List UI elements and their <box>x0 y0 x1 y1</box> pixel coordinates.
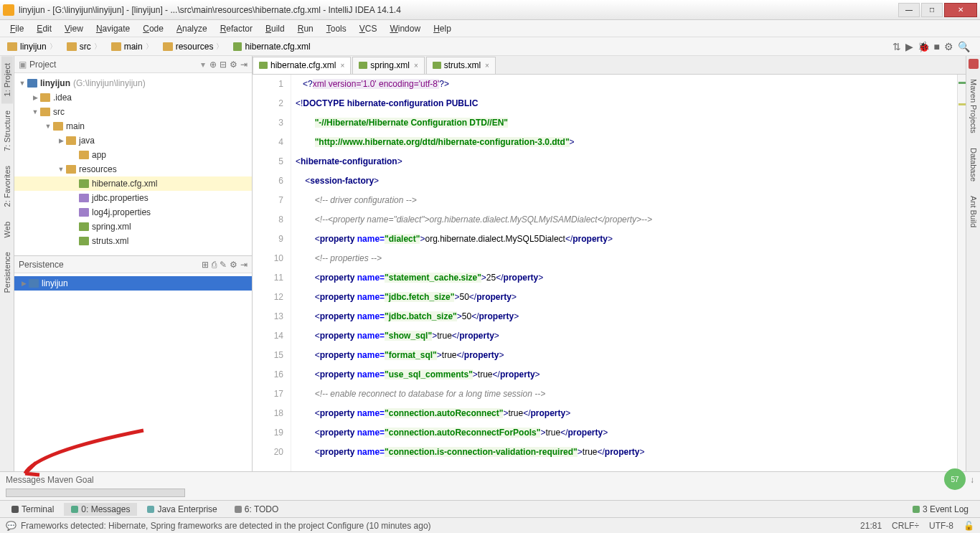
breadcrumb-hibernate.cfg.xml[interactable]: hibernate.cfg.xml <box>229 40 317 53</box>
close-icon[interactable]: × <box>414 62 418 70</box>
tree-node-java[interactable]: ▶java <box>14 133 252 148</box>
right-tool-strip: Maven ProjectsDatabaseAnt Build <box>966 56 980 471</box>
error-stripe[interactable] <box>957 75 966 471</box>
cursor-position: 21:81 <box>860 521 882 531</box>
left-tool-strip: 1: Project7: Structure2: FavoritesWebPer… <box>0 56 14 471</box>
left-tab-favorites[interactable]: 2: Favorites <box>1 159 13 214</box>
close-button[interactable]: ✕ <box>944 3 977 17</box>
right-tab-mavenprojects[interactable]: Maven Projects <box>968 72 979 141</box>
close-icon[interactable]: × <box>485 62 489 70</box>
bottom-tab-messages[interactable]: 0: Messages <box>64 503 137 516</box>
project-panel-header: ▣ Project ▾ ⊕ ⊟ ⚙ ⇥ <box>14 56 252 73</box>
right-tab-database[interactable]: Database <box>968 141 979 189</box>
menu-build[interactable]: Build <box>260 22 291 35</box>
tree-node-struts-xml[interactable]: struts.xml <box>14 234 252 248</box>
project-tree[interactable]: ▼linyijun(G:\linyijun\linyijun)▶.idea▼sr… <box>14 73 252 255</box>
maximize-button[interactable]: □ <box>921 3 943 17</box>
code-area[interactable]: <?xml version='1.0' encoding='utf-8'?><!… <box>291 75 957 471</box>
tree-node-app[interactable]: app <box>14 148 252 162</box>
gutter: 1234567891011121314151617181920 <box>253 75 291 471</box>
bottom-tab-javaenterprise[interactable]: Java Enterprise <box>140 503 224 516</box>
menu-vcs[interactable]: VCS <box>354 22 383 35</box>
bottom-tab-todo[interactable]: 6: TODO <box>227 503 286 516</box>
editor-tab-hibernate-cfg-xml[interactable]: hibernate.cfg.xml× <box>253 57 351 74</box>
run-icon[interactable]: ▶ <box>905 41 913 52</box>
settings-icon[interactable]: ⚙ <box>944 41 953 52</box>
messages-panel: Messages Maven Goal ⚙ ↓ <box>0 471 980 500</box>
project-header-label: Project <box>29 60 201 70</box>
stop-icon[interactable]: ■ <box>934 41 940 52</box>
menu-run[interactable]: Run <box>292 22 319 35</box>
window-title: linyijun - [G:\linyijun\linyijun] - [lin… <box>19 5 898 15</box>
editor-tab-spring-xml[interactable]: spring.xml× <box>352 57 425 74</box>
menu-window[interactable]: Window <box>384 22 426 35</box>
gear-icon[interactable]: ⚙ <box>230 260 237 270</box>
tree-node-src[interactable]: ▼src <box>14 105 252 119</box>
tree-node--idea[interactable]: ▶.idea <box>14 90 252 105</box>
info-icon: 💬 <box>6 521 17 531</box>
bottom-tool-strip: Terminal0: MessagesJava Enterprise6: TOD… <box>0 500 980 517</box>
assign-icon[interactable]: ✎ <box>220 260 227 270</box>
breadcrumb-main[interactable]: main <box>107 40 157 53</box>
menu-code[interactable]: Code <box>137 22 169 35</box>
tree-node-log4j-properties[interactable]: log4j.properties <box>14 205 252 220</box>
menu-tools[interactable]: Tools <box>321 22 352 35</box>
menu-help[interactable]: Help <box>428 22 457 35</box>
console-icon[interactable]: ⎙ <box>212 260 217 270</box>
tree-node-jdbc-properties[interactable]: jdbc.properties <box>14 191 252 205</box>
hide-icon[interactable]: ↓ <box>970 475 974 485</box>
persistence-tree[interactable]: ▶ linyijun <box>14 273 252 456</box>
breadcrumb-resources[interactable]: resources <box>159 40 228 53</box>
editor-tab-struts-xml[interactable]: struts.xml× <box>426 57 496 74</box>
menu-file[interactable]: File <box>4 22 29 35</box>
menu-refactor[interactable]: Refactor <box>215 22 258 35</box>
file-encoding[interactable]: UTF-8 <box>929 521 953 531</box>
event-log-button[interactable]: 3 Event Log <box>905 503 976 516</box>
messages-header: Messages Maven Goal <box>6 475 94 485</box>
titlebar: linyijun - [G:\linyijun\linyijun] - [lin… <box>0 0 980 20</box>
menubar: FileEditViewNavigateCodeAnalyzeRefactorB… <box>0 20 980 37</box>
scrollbar[interactable] <box>6 489 185 497</box>
er-icon[interactable]: ⊞ <box>202 260 209 270</box>
gear-icon[interactable]: ⚙ <box>230 60 237 70</box>
maven-icon <box>969 59 979 69</box>
persistence-panel-header: Persistence ⊞ ⎙ ✎ ⚙ ⇥ <box>14 256 252 273</box>
hide-icon[interactable]: ⇥ <box>240 60 248 70</box>
editor-tabs: hibernate.cfg.xml×spring.xml×struts.xml× <box>253 56 966 75</box>
breadcrumb-bar: linyijunsrcmainresourceshibernate.cfg.xm… <box>0 37 980 56</box>
search-icon[interactable]: 🔍 <box>958 41 970 52</box>
tree-node-main[interactable]: ▼main <box>14 119 252 133</box>
debug-icon[interactable]: 🐞 <box>918 41 930 52</box>
persistence-header-label: Persistence <box>19 260 202 270</box>
line-separator[interactable]: CRLF÷ <box>892 521 919 531</box>
tree-node-spring-xml[interactable]: spring.xml <box>14 220 252 234</box>
left-tab-persistence[interactable]: Persistence <box>1 245 13 300</box>
breadcrumb-src[interactable]: src <box>62 40 105 53</box>
left-tab-structure[interactable]: 7: Structure <box>1 103 13 159</box>
status-message: Frameworks detected: Hibernate, Spring f… <box>21 521 860 531</box>
minimize-button[interactable]: — <box>898 3 920 17</box>
persistence-root[interactable]: ▶ linyijun <box>14 276 252 291</box>
collapse-icon[interactable]: ⊟ <box>220 60 227 70</box>
menu-analyze[interactable]: Analyze <box>171 22 213 35</box>
scroll-from-icon[interactable]: ⊕ <box>209 60 217 70</box>
menu-view[interactable]: View <box>59 22 89 35</box>
menu-edit[interactable]: Edit <box>31 22 57 35</box>
tree-root[interactable]: ▼linyijun(G:\linyijun\linyijun) <box>14 76 252 90</box>
tree-node-hibernate-cfg-xml[interactable]: hibernate.cfg.xml <box>14 176 252 191</box>
breadcrumb-linyijun[interactable]: linyijun <box>3 40 61 53</box>
tree-node-resources[interactable]: ▼resources <box>14 162 252 176</box>
lock-icon[interactable]: 🔓 <box>963 521 974 531</box>
right-tab-antbuild[interactable]: Ant Build <box>968 189 979 235</box>
app-icon <box>3 4 14 16</box>
close-icon[interactable]: × <box>340 62 344 70</box>
hide-icon[interactable]: ⇥ <box>240 260 248 270</box>
sync-icon[interactable]: ⇅ <box>892 41 901 52</box>
floating-badge[interactable]: 57 <box>944 468 966 490</box>
menu-navigate[interactable]: Navigate <box>90 22 136 35</box>
bottom-tab-terminal[interactable]: Terminal <box>4 503 61 516</box>
statusbar: 💬 Frameworks detected: Hibernate, Spring… <box>0 517 980 533</box>
left-tab-web[interactable]: Web <box>1 214 13 245</box>
left-tab-project[interactable]: 1: Project <box>1 56 13 103</box>
